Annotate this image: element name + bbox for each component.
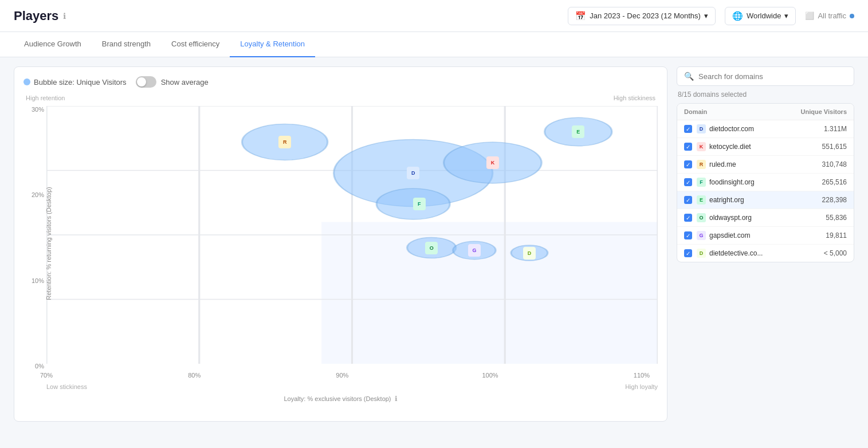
bottom-left-label: Low stickiness (46, 383, 87, 390)
show-average-toggle[interactable] (136, 76, 156, 88)
sidebar: 🔍 8/15 domains selected Domain Unique Vi… (677, 66, 854, 422)
scatter-svg (46, 106, 658, 364)
quadrant-labels: High retention High stickiness (23, 95, 658, 101)
x-label-70: 70% (40, 372, 53, 379)
domain-name-foodinsight: foodinsight.org (709, 178, 795, 186)
toggle-thumb (137, 77, 146, 87)
search-box: 🔍 (677, 66, 854, 86)
icon-foodinsight: F (413, 198, 426, 210)
col-domain: Domain (684, 108, 795, 115)
y-label-30: 30% (23, 106, 44, 113)
icon-oldwayspt: O (425, 242, 438, 254)
show-average-label: Show average (161, 78, 209, 87)
favicon-ketocycle: K (697, 142, 706, 151)
bubble-legend: Bubble size: Unique Visitors (23, 78, 127, 87)
region-dropdown[interactable]: 🌐 Worldwide ▾ (725, 7, 796, 25)
checkbox-foodinsight[interactable]: ✓ (684, 178, 692, 186)
checkbox-eatright[interactable]: ✓ (684, 196, 692, 204)
bottom-right-label: High loyalty (625, 383, 658, 390)
favicon-dietdoctor: D (697, 124, 706, 133)
col-visitors: Unique Visitors (795, 108, 847, 115)
quadrant-tr-label: High stickiness (614, 95, 655, 101)
tab-loyalty-retention[interactable]: Loyalty & Retention (230, 32, 315, 57)
domain-name-oldwayspt: oldwayspt.org (709, 214, 795, 222)
domain-name-eatright: eatright.org (709, 196, 795, 204)
domain-name-dietdetective: dietdetective.co... (709, 249, 795, 257)
checkbox-dietdoctor[interactable]: ✓ (684, 125, 692, 133)
domain-name-ruled: ruled.me (709, 160, 795, 168)
date-range-dropdown[interactable]: 📅 Jan 2023 - Dec 2023 (12 Months) ▾ (568, 7, 716, 25)
page-title: Players (14, 9, 58, 23)
bubble-legend-dot (23, 78, 30, 85)
checkbox-ruled[interactable]: ✓ (684, 160, 692, 168)
checkbox-dietdetective[interactable]: ✓ (684, 249, 692, 257)
chevron-down-icon: ▾ (784, 11, 788, 20)
table-row: ✓ K ketocycle.diet 551,615 (677, 138, 854, 156)
visitors-ketocycle: 551,615 (795, 143, 847, 151)
x-axis-info-icon[interactable]: ℹ (395, 395, 398, 403)
traffic-icon: ⬜ (805, 11, 814, 20)
x-label-100: 100% (482, 372, 498, 379)
checkbox-gapsdiet[interactable]: ✓ (684, 231, 692, 239)
table-row: ✓ O oldwayspt.org 55,836 (677, 209, 854, 227)
info-icon[interactable]: ℹ (63, 11, 66, 21)
calendar-icon: 📅 (575, 11, 586, 21)
icon-dietdetective: D (523, 247, 536, 260)
x-axis-label: Loyalty: % exclusive visitors (Desktop) … (23, 395, 658, 403)
table-row: ✓ D dietdetective.co... < 5,000 (677, 245, 854, 262)
chevron-down-icon: ▾ (704, 11, 708, 20)
visitors-dietdetective: < 5,000 (795, 249, 847, 257)
show-average-toggle-container: Show average (136, 76, 209, 88)
favicon-gapsdiet: G (697, 231, 706, 240)
favicon-dietdetective: D (697, 249, 706, 258)
traffic-label: All traffic (818, 11, 846, 20)
globe-icon: 🌐 (732, 11, 743, 21)
y-label-0: 0% (23, 363, 44, 370)
main-content: Bubble size: Unique Visitors Show averag… (0, 57, 868, 431)
visitors-foodinsight: 265,516 (795, 178, 847, 186)
y-label-10: 10% (23, 277, 44, 284)
tab-brand-strength[interactable]: Brand strength (92, 32, 161, 57)
icon-ruled: R (278, 136, 291, 148)
domain-table: Domain Unique Visitors ✓ D dietdoctor.co… (677, 103, 854, 262)
y-axis-labels: 30% 20% 10% 0% (23, 106, 44, 370)
favicon-foodinsight: F (697, 178, 706, 187)
favicon-ruled: R (697, 160, 706, 169)
table-row: ✓ D dietdoctor.com 1.311M (677, 120, 854, 138)
visitors-dietdoctor: 1.311M (795, 125, 847, 133)
visitors-gapsdiet: 19,811 (795, 231, 847, 239)
x-label-90: 90% (336, 372, 348, 379)
traffic-filter: ⬜ All traffic (805, 11, 854, 20)
chart-controls: Bubble size: Unique Visitors Show averag… (23, 76, 658, 88)
checkbox-oldwayspt[interactable]: ✓ (684, 214, 692, 222)
favicon-oldwayspt: O (697, 213, 706, 222)
icon-eatright: E (572, 125, 584, 138)
svg-rect-0 (321, 222, 658, 364)
bubble-legend-label: Bubble size: Unique Visitors (34, 78, 127, 87)
scatter-plot-wrapper: High retention High stickiness 30% 20% 1… (23, 95, 658, 392)
favicon-eatright: E (697, 195, 706, 205)
table-row: ✓ R ruled.me 310,748 (677, 156, 854, 174)
visitors-oldwayspt: 55,836 (795, 214, 847, 222)
y-axis-label: Retention: % returning visitors (Desktop… (45, 187, 52, 300)
chart-area: Bubble size: Unique Visitors Show averag… (14, 66, 667, 422)
search-icon: 🔍 (684, 72, 694, 81)
domain-name-ketocycle: ketocycle.diet (709, 143, 795, 151)
tab-cost-efficiency[interactable]: Cost efficiency (161, 32, 230, 57)
table-row: ✓ F foodinsight.org 265,516 (677, 174, 854, 191)
header: Players ℹ 📅 Jan 2023 - Dec 2023 (12 Mont… (0, 0, 868, 32)
icon-dietdoctor: D (407, 167, 419, 179)
region-label: Worldwide (747, 11, 781, 20)
search-input[interactable] (698, 72, 847, 81)
x-label-110: 110% (634, 372, 650, 379)
visitors-eatright: 228,398 (795, 196, 847, 204)
y-label-20: 20% (23, 191, 44, 198)
domain-name-dietdoctor: dietdoctor.com (709, 125, 795, 133)
tabs-bar: Audience Growth Brand strength Cost effi… (0, 32, 868, 57)
header-controls: 📅 Jan 2023 - Dec 2023 (12 Months) ▾ 🌐 Wo… (568, 7, 854, 25)
x-tick-labels: 70% 80% 90% 100% 110% (46, 372, 658, 379)
checkbox-ketocycle[interactable]: ✓ (684, 143, 692, 151)
icon-ketocycle: K (486, 156, 499, 169)
x-label-80: 80% (188, 372, 201, 379)
tab-audience-growth[interactable]: Audience Growth (14, 32, 92, 57)
